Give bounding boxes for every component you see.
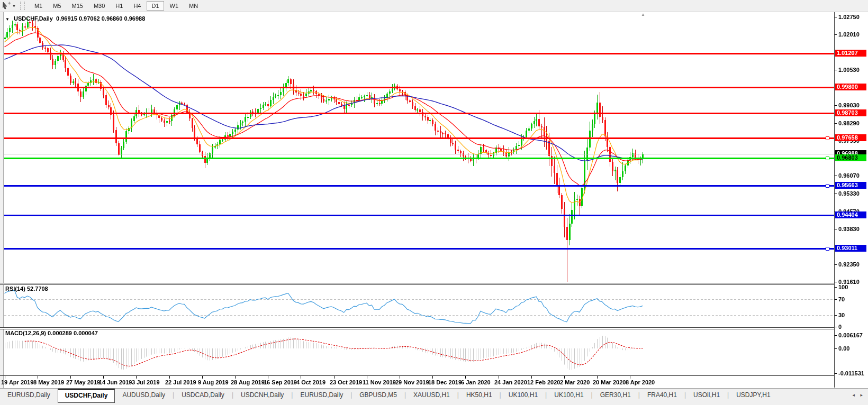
chart-symbol-label: USDCHF,Daily [14, 15, 53, 22]
tab-scroll-right-icon[interactable]: ▸ [860, 392, 863, 398]
price-badge-0.98703: 0.98703 [835, 109, 866, 116]
tab-usoil-h1[interactable]: USOil,H1 [686, 389, 727, 402]
chart-canvas[interactable] [0, 0, 868, 405]
date-tick-label: 16 Sep 2019 [264, 379, 297, 385]
macd-label: MACD(12,26,9) 0.000289 0.000047 [5, 330, 98, 336]
price-tick-label: 0.96070 [838, 172, 860, 179]
date-tick-label: 20 Mar 2020 [593, 379, 626, 385]
rsi-macd-separator[interactable] [0, 327, 834, 329]
chart-tab-bar: EURUSD,DailyUSDCHF,DailyAUDUSD,Daily|USD… [0, 388, 868, 405]
date-tick-label: 11 Nov 2019 [363, 379, 396, 385]
timeframe-w1[interactable]: W1 [165, 1, 184, 11]
rsi-tick-label: 30 [838, 312, 845, 318]
price-badge-0.94404: 0.94404 [835, 211, 866, 218]
price-tick-label: 1.02010 [838, 31, 860, 38]
macd-tick-label: 0.00 [838, 345, 849, 352]
timeframe-toolbar: ▼ M1M5M15M30H1H4D1W1MN [0, 0, 868, 12]
tab-scroll-left-icon[interactable]: ◂ [852, 392, 855, 398]
line-handle[interactable] [826, 136, 829, 140]
tab-fra40-h1[interactable]: FRA40,H1 [640, 389, 684, 402]
timeframe-mn[interactable]: MN [184, 1, 203, 11]
support-line-0.94404[interactable] [4, 215, 834, 216]
timeframe-h4[interactable]: H4 [129, 1, 146, 11]
toolbar-grip-handle[interactable] [20, 2, 25, 10]
tab-eurusd-daily[interactable]: EURUSD,Daily [0, 389, 58, 402]
current-price-line-0.96988[interactable] [4, 154, 834, 154]
price-tick-label: 0.99030 [838, 102, 860, 108]
main-rsi-separator[interactable] [0, 283, 834, 285]
tab-gbpusd-m5[interactable]: GBPUSD,M5 [352, 389, 404, 402]
price-tick-label: 1.02750 [838, 14, 860, 20]
date-tick-label: 4 Oct 2019 [296, 379, 326, 385]
price-badge-0.93011: 0.93011 [835, 245, 866, 252]
date-tick-label: 28 Aug 2019 [231, 379, 265, 385]
timeframe-m15[interactable]: M15 [67, 1, 88, 11]
tab-usdchf-daily[interactable]: USDCHF,Daily [58, 389, 115, 403]
price-badge-0.96803: 0.96803 [835, 154, 866, 161]
price-badge-1.01207: 1.01207 [835, 50, 866, 57]
chart-ohlc-values: 0.96915 0.97062 0.96860 0.96988 [56, 15, 145, 22]
macd-main-value: 0.000289 [48, 330, 72, 336]
rsi-value: 52.7708 [27, 286, 48, 292]
price-badge-0.95663: 0.95663 [835, 182, 866, 189]
support-line-0.93011[interactable] [4, 248, 834, 250]
tab-items: EURUSD,DailyUSDCHF,DailyAUDUSD,Daily|USD… [0, 389, 778, 403]
resistance-line-0.98703[interactable] [4, 113, 834, 114]
price-badge-0.97658: 0.97658 [835, 134, 866, 141]
tab-uk100-h1[interactable]: UK100,H1 [547, 389, 591, 402]
rsi-tick-label: 70 [838, 296, 845, 302]
tab-usdcad-daily[interactable]: USDCAD,Daily [174, 389, 232, 402]
date-tick-label: 6 Jan 2020 [461, 379, 491, 385]
date-tick-label: 8 Apr 2020 [626, 379, 655, 385]
line-handle[interactable] [826, 157, 829, 160]
date-tick-label: 29 Nov 2019 [395, 379, 429, 385]
tab-usdcnh-daily[interactable]: USDCNH,Daily [233, 389, 291, 402]
tab-uk100-h1[interactable]: UK100,H1 [501, 389, 545, 402]
highlight-line-0.96803[interactable] [4, 158, 834, 159]
rsi-name: RSI(14) [5, 286, 25, 292]
tab-audusd-daily[interactable]: AUDUSD,Daily [115, 389, 173, 402]
timeframe-m30[interactable]: M30 [89, 1, 110, 11]
macd-name: MACD(12,26,9) [5, 330, 46, 336]
timeframe-m5[interactable]: M5 [48, 1, 66, 11]
rsi-label: RSI(14) 52.7708 [5, 286, 48, 292]
price-tick-label: 1.00530 [838, 67, 860, 73]
support-line-0.95663[interactable] [4, 185, 834, 187]
timeframe-m1[interactable]: M1 [30, 1, 47, 11]
chart-title: ▼ USDCHF,Daily 0.96915 0.97062 0.96860 0… [5, 15, 145, 22]
date-tick-label: 8 May 2019 [33, 379, 64, 385]
resistance-line-1.01207[interactable] [4, 53, 834, 54]
timeframe-h1[interactable]: H1 [111, 1, 128, 11]
tab-xauusd-h1[interactable]: XAUUSD,H1 [406, 389, 457, 402]
macd-signal-value: 0.000047 [74, 330, 98, 336]
timeframe-d1[interactable]: D1 [147, 1, 164, 11]
rsi-tick-label: 0 [838, 324, 842, 330]
rsi-tick-label: 100 [838, 284, 848, 290]
terminal-window: ▼ M1M5M15M30H1H4D1W1MN ▼ USDCHF,Daily 0.… [0, 0, 868, 405]
date-tick-label: 12 Feb 2020 [527, 379, 560, 385]
date-tick-label: 23 Oct 2019 [330, 379, 362, 385]
chart-shift-marker[interactable]: ▲ [641, 12, 645, 17]
tab-scroll-arrows: ◂ ▸ [850, 389, 865, 398]
date-tick-label: 2 Mar 2020 [560, 379, 590, 385]
tab-hk50-h1[interactable]: HK50,H1 [459, 389, 500, 402]
tool-dropdown-icon[interactable]: ▼ [12, 4, 16, 8]
resistance-line-0.97658[interactable] [4, 137, 834, 139]
chart-title-arrow-icon[interactable]: ▼ [5, 17, 10, 22]
line-handle[interactable] [826, 184, 829, 188]
macd-tick-label: 0.006167 [838, 332, 863, 338]
date-tick-label: 27 May 2019 [66, 379, 100, 385]
tab-ger30-h1[interactable]: GER30,H1 [593, 389, 638, 402]
window-left-edge [0, 12, 4, 388]
tab-eurusd-daily[interactable]: EURUSD,Daily [293, 389, 350, 402]
crosshair-cursor-icon[interactable] [2, 2, 11, 10]
tab-usdjpy-h1[interactable]: USDJPY,H1 [729, 389, 777, 402]
date-tick-label: 3 Jul 2019 [132, 379, 160, 385]
date-tick-label: 24 Jan 2020 [494, 379, 527, 385]
line-handle[interactable] [826, 247, 829, 251]
price-tick-label: 0.93830 [838, 226, 860, 232]
price-tick-label: 0.98290 [838, 120, 860, 126]
resistance-line-0.998[interactable] [4, 87, 834, 88]
date-tick-label: 9 Aug 2019 [198, 379, 229, 385]
date-tick-label: 19 Apr 2019 [1, 379, 33, 385]
